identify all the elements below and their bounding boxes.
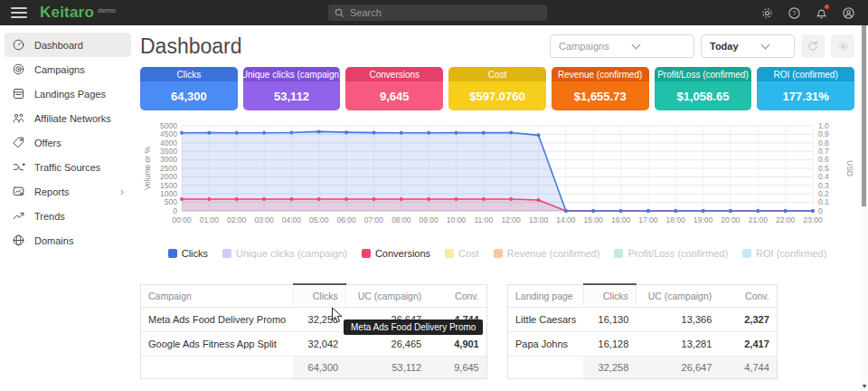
svg-text:20:00: 20:00 [721,215,741,224]
svg-text:14:00: 14:00 [556,215,576,224]
chevron-right-icon: › [120,186,124,197]
vertical-scrollbar[interactable]: ▾ [861,25,868,391]
legend-item-unique-clicks-campaign-[interactable]: Unique clicks (campaign) [222,248,347,259]
main-content: Dashboard Campaigns Today [136,25,861,391]
stat-card-cost: Cost$597.0760 [448,67,546,110]
svg-text:USD: USD [845,160,854,176]
sidebar-item-offers[interactable]: Offers [5,130,131,155]
landing-page-row[interactable]: Little Caesars16,13013,3662,327 [508,308,778,332]
brand-demo-label: demo [98,6,116,14]
svg-text:00:00: 00:00 [172,215,192,224]
legend-item-revenue-confirmed-[interactable]: Revenue (confirmed) [494,248,600,259]
landing-page-row[interactable]: Papa Johns16,12813,2812,417 [508,332,778,357]
column-header-clicks[interactable]: Clicks [293,284,345,308]
svg-text:4000: 4000 [160,138,177,148]
svg-text:19:00: 19:00 [693,215,713,224]
topbar: Keitaro demo ? [0,0,868,25]
column-header-clicks[interactable]: Clicks [583,284,636,308]
svg-text:3000: 3000 [160,155,177,164]
column-header-campaign[interactable]: Campaign [141,284,294,308]
svg-text:500: 500 [165,197,177,206]
tag-icon [12,136,25,149]
keitaro-dashboard-page: Keitaro demo ? DashboardCampaignsLanding… [0,0,868,391]
svg-text:06:00: 06:00 [336,215,356,224]
svg-text:0.2: 0.2 [818,189,829,198]
notifications-icon[interactable] [814,5,828,20]
svg-text:1000: 1000 [160,189,177,198]
svg-text:?: ? [792,10,796,16]
card-value: $1,655.73 [552,81,649,110]
sidebar: DashboardCampaignsLandings PagesAffiliat… [0,25,136,391]
account-icon[interactable] [841,5,855,20]
column-header-conv-[interactable]: Conv. [719,284,777,308]
stat-card-conversions: Conversions9,645 [345,67,443,110]
gear-icon [837,41,849,52]
sidebar-item-dashboard[interactable]: Dashboard [5,33,131,57]
legend-swatch [494,249,503,258]
svg-text:1500: 1500 [160,181,177,190]
svg-text:1.0: 1.0 [818,121,829,130]
search-bar[interactable] [328,5,547,21]
stat-card-roi-confirmed-: ROI (confirmed)177.31% [757,67,854,110]
campaigns-filter-select[interactable]: Campaigns [550,34,694,58]
sidebar-item-affiliate-networks[interactable]: Affiliate Networks [5,106,131,130]
legend-item-profit-loss-confirmed-[interactable]: Profit/Loss (confirmed) [614,248,728,259]
help-icon[interactable]: ? [787,5,801,20]
refresh-icon [807,40,819,52]
chevron-down-icon [760,41,769,50]
svg-text:0.1: 0.1 [818,197,829,206]
legend-item-cost[interactable]: Cost [445,248,479,259]
page-title: Dashboard [140,34,242,59]
card-value: $597.0760 [448,81,546,110]
svg-text:5000: 5000 [160,121,177,130]
stat-card-unique-clicks-campaign-: Unique clicks (campaign)53,112 [243,67,341,110]
svg-text:22:00: 22:00 [776,215,796,224]
refresh-button[interactable] [801,34,825,58]
svg-text:07:00: 07:00 [364,215,384,224]
campaign-row[interactable]: Google Ads Fitness App Split32,04226,465… [141,332,487,357]
svg-text:21:00: 21:00 [749,215,769,224]
sidebar-item-campaigns[interactable]: Campaigns [5,57,131,81]
svg-text:10:00: 10:00 [447,215,467,224]
svg-text:17:00: 17:00 [638,215,658,224]
legend-item-roi-confirmed-[interactable]: ROI (confirmed) [742,248,826,259]
column-header-uc-campaign-[interactable]: UC (campaign) [345,284,429,308]
column-header-uc-campaign-[interactable]: UC (campaign) [636,284,719,308]
card-label: ROI (confirmed) [757,67,854,81]
traffic-chart: 0500100015002000250030003500400045005000… [140,119,854,241]
date-range-select[interactable]: Today [701,34,795,58]
sidebar-item-reports[interactable]: Reports› [5,179,131,204]
legend-item-clicks[interactable]: Clicks [168,248,208,259]
menu-toggle-icon[interactable] [11,7,27,18]
scrollbar-thumb[interactable] [862,25,866,206]
svg-text:09:00: 09:00 [419,215,439,224]
report-icon [12,185,25,198]
svg-text:0: 0 [818,206,823,215]
legend-swatch [222,249,231,258]
svg-text:0.7: 0.7 [818,147,829,156]
sidebar-item-domains[interactable]: Domains [5,228,131,253]
document-icon [12,87,25,100]
sidebar-item-landings-pages[interactable]: Landings Pages [5,81,131,106]
legend-item-conversions[interactable]: Conversions [362,248,430,259]
chart-settings-button[interactable] [831,34,854,58]
card-value: $1,058.65 [655,81,752,110]
card-label: Profit/Loss (confirmed) [655,67,752,81]
svg-text:0.4: 0.4 [818,172,829,181]
svg-text:Volume or %: Volume or % [143,146,152,190]
svg-text:16:00: 16:00 [611,215,631,224]
search-input[interactable] [350,7,522,18]
column-header-conv-[interactable]: Conv. [429,284,486,308]
globe-icon [12,234,25,247]
sidebar-item-trends[interactable]: Trends [5,204,131,228]
gauge-icon [12,38,25,52]
card-label: Conversions [345,67,443,81]
target-icon [12,62,25,76]
sidebar-item-traffic-sources[interactable]: Traffic Sources [5,155,131,179]
svg-text:03:00: 03:00 [254,215,274,224]
column-header-landing-page[interactable]: Landing page [508,284,584,308]
settings-icon[interactable] [760,5,774,20]
svg-text:11:00: 11:00 [475,215,494,224]
scrollbar-down-arrow[interactable]: ▾ [861,382,868,391]
legend-swatch [445,249,454,258]
